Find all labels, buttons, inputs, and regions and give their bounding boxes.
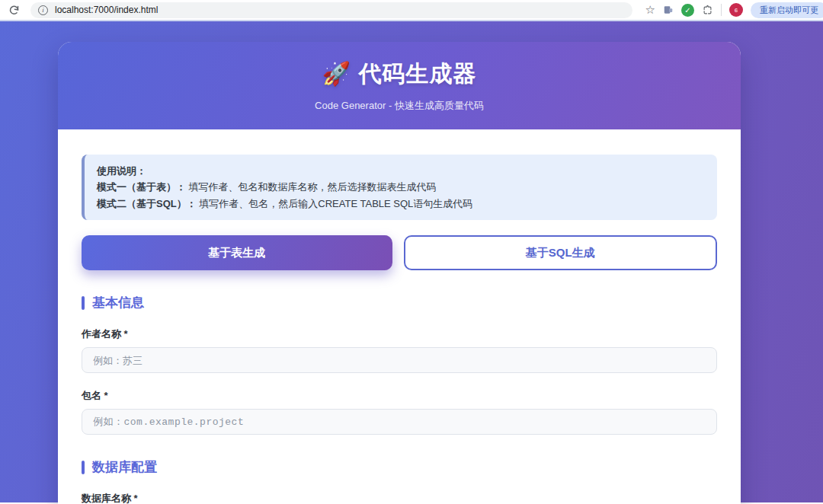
tab-generate-from-sql[interactable]: 基于SQL生成: [404, 235, 718, 270]
extension-icon[interactable]: [663, 5, 674, 15]
mode-tabs: 基于表生成 基于SQL生成: [82, 235, 717, 270]
section-database-config: 数据库配置: [82, 458, 717, 476]
usage-line-1: 使用说明：: [97, 163, 705, 179]
dbname-field-group: 数据库名称 *: [82, 492, 717, 504]
toolbar-divider: [721, 4, 722, 16]
section-accent-bar: [82, 296, 85, 310]
url-text[interactable]: localhost:7000/index.html: [55, 5, 158, 15]
extensions-puzzle-icon[interactable]: [702, 5, 713, 16]
author-field-group: 作者名称 *: [82, 327, 717, 373]
section-accent-bar: [82, 461, 85, 474]
usage-line-2-strong: 模式一（基于表）：: [97, 181, 186, 193]
bookmark-star-icon[interactable]: ☆: [645, 3, 655, 17]
dbname-label: 数据库名称 *: [82, 492, 717, 504]
browser-toolbar: i localhost:7000/index.html ☆ ✓ 6 重新启动即可…: [0, 0, 823, 21]
package-label: 包名 *: [82, 389, 717, 403]
section-database-config-title: 数据库配置: [92, 458, 157, 476]
author-input[interactable]: [82, 347, 717, 373]
package-field-group: 包名 *: [82, 389, 717, 435]
page-background: 🚀 代码生成器 Code Generator - 快速生成高质量代码 使用说明：…: [0, 21, 823, 502]
page-title: 🚀 代码生成器: [322, 59, 477, 90]
page-subtitle: Code Generator - 快速生成高质量代码: [315, 99, 484, 113]
generator-card: 🚀 代码生成器 Code Generator - 快速生成高质量代码 使用说明：…: [58, 42, 741, 504]
package-input[interactable]: [82, 409, 717, 435]
card-header: 🚀 代码生成器 Code Generator - 快速生成高质量代码: [58, 42, 741, 129]
usage-line-2: 模式一（基于表）： 填写作者、包名和数据库名称，然后选择数据表生成代码: [97, 179, 705, 195]
usage-line-3: 模式二（基于SQL）： 填写作者、包名，然后输入CREATE TABLE SQL…: [97, 196, 705, 212]
reload-icon[interactable]: [6, 2, 21, 18]
usage-instructions-box: 使用说明： 模式一（基于表）： 填写作者、包名和数据库名称，然后选择数据表生成代…: [82, 155, 717, 220]
usage-line-3-strong: 模式二（基于SQL）：: [97, 198, 197, 209]
section-basic-info-title: 基本信息: [92, 294, 144, 311]
author-label: 作者名称 *: [82, 327, 717, 341]
tab-generate-from-table[interactable]: 基于表生成: [82, 235, 392, 270]
usage-line-3-text: 填写作者、包名，然后输入CREATE TABLE SQL语句生成代码: [197, 198, 473, 209]
restart-update-chip[interactable]: 重新启动即可更: [751, 2, 823, 18]
usage-line-2-text: 填写作者、包名和数据库名称，然后选择数据表生成代码: [186, 181, 437, 193]
usage-line-1-strong: 使用说明：: [97, 165, 146, 177]
section-basic-info: 基本信息: [82, 294, 717, 311]
address-bar[interactable]: i localhost:7000/index.html: [30, 2, 632, 18]
green-check-extension-icon[interactable]: ✓: [681, 4, 694, 17]
site-info-icon[interactable]: i: [38, 5, 48, 15]
profile-avatar[interactable]: 6: [729, 3, 743, 17]
card-body: 使用说明： 模式一（基于表）： 填写作者、包名和数据库名称，然后选择数据表生成代…: [58, 129, 741, 504]
